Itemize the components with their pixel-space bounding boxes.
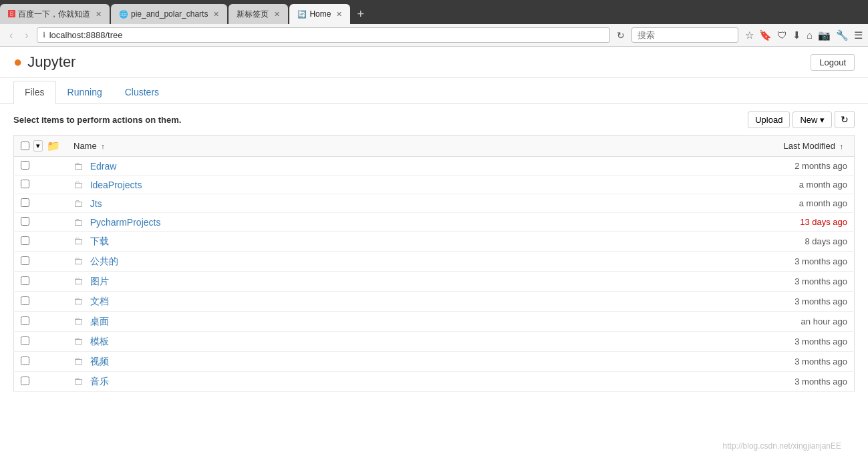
row-modified-cell: 3 months ago	[777, 352, 855, 372]
row-checkbox-7[interactable]	[21, 296, 29, 305]
row-checkbox-cell	[14, 372, 67, 392]
folder-icon: 🗀	[74, 216, 84, 228]
row-name-cell: 🗀 IdeaProjects	[67, 176, 777, 194]
file-link[interactable]: Edraw	[90, 161, 117, 172]
row-name-cell: 🗀 视频	[67, 352, 777, 372]
browser-toolbar-icons: ☆ 🔖 🛡 ⬇ ⌂ 📷 🔧 ☰	[745, 29, 863, 41]
row-modified-cell: 3 months ago	[777, 292, 855, 312]
refresh-button[interactable]: ↻	[835, 111, 855, 128]
row-checkbox-0[interactable]	[21, 161, 29, 170]
row-name-cell: 🗀 音乐	[67, 372, 777, 392]
file-link[interactable]: 图片	[90, 276, 109, 286]
row-name-cell: 🗀 公共的	[67, 252, 777, 272]
row-checkbox-4[interactable]	[21, 236, 29, 245]
row-name-cell: 🗀 图片	[67, 272, 777, 292]
tab-baidu[interactable]: 🅱 百度一下，你就知道 ✕	[0, 4, 110, 24]
row-checkbox-2[interactable]	[21, 198, 29, 207]
bookmark-icon[interactable]: 🔖	[759, 29, 772, 41]
baidu-tab-close[interactable]: ✕	[96, 10, 102, 19]
row-checkbox-cell	[14, 252, 67, 272]
tab-files[interactable]: Files	[13, 81, 56, 104]
row-checkbox-cell	[14, 194, 67, 213]
name-column-header[interactable]: Name ↑	[67, 136, 777, 157]
tab-pie-polar[interactable]: 🌐 pie_and_polar_charts ✕	[111, 4, 227, 24]
file-link[interactable]: 音乐	[90, 376, 109, 387]
screenshot-icon[interactable]: 📷	[818, 29, 831, 41]
star-icon[interactable]: ☆	[745, 29, 754, 41]
pie-tab-icon: 🌐	[119, 10, 128, 19]
file-link[interactable]: Jts	[90, 198, 102, 209]
back-button[interactable]: ‹	[5, 28, 17, 43]
new-button[interactable]: New ▾	[792, 111, 832, 128]
row-name-cell: 🗀 Edraw	[67, 157, 777, 176]
file-link[interactable]: 桌面	[90, 316, 109, 326]
modified-col-label: Last Modified	[784, 141, 835, 151]
file-table: ▾ 📁 Name ↑ Last Modified ↑	[13, 135, 855, 392]
file-link[interactable]: 公共的	[90, 256, 118, 266]
upload-button[interactable]: Upload	[748, 111, 790, 128]
folder-icon: 🗀	[74, 179, 84, 190]
row-checkbox-5[interactable]	[21, 256, 29, 265]
pie-tab-close[interactable]: ✕	[213, 10, 219, 19]
forward-button[interactable]: ›	[21, 28, 32, 43]
row-checkbox-cell	[14, 272, 67, 292]
row-checkbox-8[interactable]	[21, 316, 29, 325]
menu-icon[interactable]: ☰	[854, 29, 863, 41]
row-checkbox-cell	[14, 176, 67, 194]
tab-new-page[interactable]: 新标签页 ✕	[229, 4, 288, 24]
new-folder-icon[interactable]: 📁	[47, 140, 60, 152]
home-icon[interactable]: ⌂	[807, 29, 813, 41]
tab-home[interactable]: 🔄 Home ✕	[289, 4, 350, 24]
page-refresh-button[interactable]: ↻	[614, 29, 627, 42]
check-dropdown[interactable]: ▾	[33, 140, 43, 152]
row-name-cell: 🗀 Jts	[67, 194, 777, 213]
select-info: Select items to perform actions on them.	[13, 115, 181, 125]
new-tab-button[interactable]: +	[351, 5, 370, 24]
jupyter-logo: ● Jupyter	[13, 53, 76, 71]
row-modified-cell: 3 months ago	[777, 252, 855, 272]
table-row: 🗀 视频 3 months ago	[14, 352, 855, 372]
table-row: 🗀 桌面 an hour ago	[14, 312, 855, 332]
row-checkbox-3[interactable]	[21, 217, 29, 226]
tab-running[interactable]: Running	[56, 81, 114, 103]
modified-column-header[interactable]: Last Modified ↑	[777, 136, 855, 157]
jupyter-header: ● Jupyter Logout	[0, 47, 868, 78]
table-row: 🗀 公共的 3 months ago	[14, 252, 855, 272]
newpage-tab-close[interactable]: ✕	[274, 10, 280, 19]
file-link[interactable]: 视频	[90, 356, 109, 367]
row-checkbox-9[interactable]	[21, 336, 29, 345]
tab-clusters[interactable]: Clusters	[114, 81, 170, 103]
file-link[interactable]: 模板	[90, 336, 109, 346]
jupyter-logo-text: Jupyter	[27, 53, 76, 71]
newpage-tab-label: 新标签页	[237, 9, 269, 20]
file-link[interactable]: PycharmProjects	[90, 217, 161, 228]
shield-icon[interactable]: 🛡	[777, 29, 787, 41]
row-checkbox-10[interactable]	[21, 357, 29, 365]
file-link[interactable]: 文档	[90, 296, 109, 306]
folder-icon: 🗀	[74, 160, 84, 172]
row-name-cell: 🗀 桌面	[67, 312, 777, 332]
row-checkbox-6[interactable]	[21, 276, 29, 285]
table-row: 🗀 Edraw 2 months ago	[14, 157, 855, 176]
row-checkbox-11[interactable]	[21, 377, 29, 385]
row-checkbox-1[interactable]	[21, 180, 29, 188]
row-name-cell: 🗀 文档	[67, 292, 777, 312]
folder-icon: 🗀	[74, 315, 84, 326]
url-box[interactable]: ℹ localhost:8888/tree	[37, 27, 610, 43]
select-info-text: Select items to perform actions on them.	[13, 115, 181, 125]
header-checkbox-cell: ▾ 📁	[14, 136, 67, 157]
browser-chrome: 🅱 百度一下，你就知道 ✕ 🌐 pie_and_polar_charts ✕ 新…	[0, 0, 868, 47]
logout-button[interactable]: Logout	[811, 54, 855, 71]
table-row: 🗀 下载 8 days ago	[14, 232, 855, 252]
table-row: 🗀 模板 3 months ago	[14, 332, 855, 352]
row-modified-cell: 3 months ago	[777, 372, 855, 392]
home-tab-close[interactable]: ✕	[336, 10, 342, 19]
file-link[interactable]: 下载	[90, 236, 109, 246]
select-all-checkbox[interactable]	[21, 142, 29, 150]
jupyter-logo-icon: ●	[13, 53, 22, 71]
download-icon[interactable]: ⬇	[792, 29, 801, 41]
extensions-icon[interactable]: 🔧	[836, 29, 849, 41]
row-checkbox-cell	[14, 332, 67, 352]
file-link[interactable]: IdeaProjects	[90, 180, 142, 190]
browser-search-input[interactable]	[631, 27, 738, 43]
